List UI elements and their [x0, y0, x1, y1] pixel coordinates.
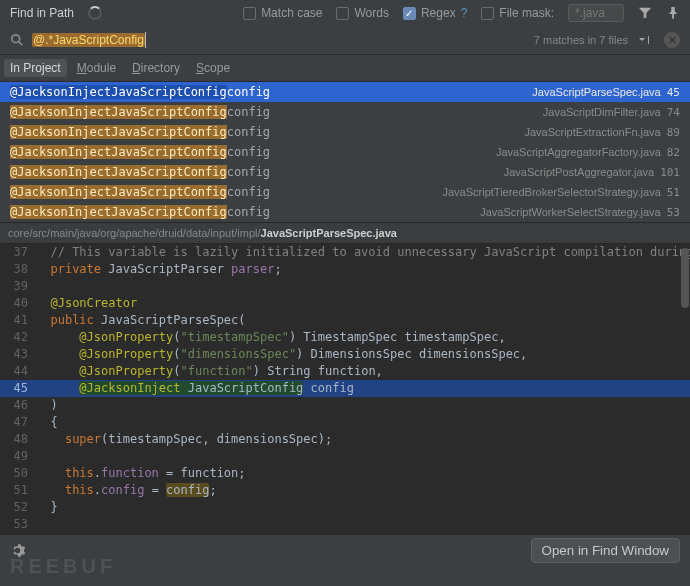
regex-help-link[interactable]: ?	[461, 6, 468, 20]
code-line[interactable]: 43 @JsonProperty("dimensionsSpec") Dimen…	[0, 346, 690, 363]
code-line[interactable]: 45 @JacksonInject JavaScriptConfig confi…	[0, 380, 690, 397]
result-file: JavaScriptParseSpec.java	[532, 86, 660, 98]
code-line[interactable]: 52 }	[0, 499, 690, 516]
result-row[interactable]: @JacksonInject JavaScriptConfig configJa…	[0, 182, 690, 202]
line-number: 38	[0, 261, 36, 278]
result-line: 53	[667, 206, 680, 219]
breadcrumb-leaf: JavaScriptParseSpec.java	[261, 227, 397, 239]
code-text: // This variable is lazily initialized t…	[36, 244, 690, 261]
result-row[interactable]: @JacksonInject JavaScriptConfig configJa…	[0, 122, 690, 142]
result-row[interactable]: @JacksonInject JavaScriptConfig configJa…	[0, 162, 690, 182]
result-line: 89	[667, 126, 680, 139]
code-line[interactable]: 46 )	[0, 397, 690, 414]
line-number: 41	[0, 312, 36, 329]
code-text: @JacksonInject JavaScriptConfig config	[36, 380, 354, 397]
result-line: 101	[660, 166, 680, 179]
file-mask-checkbox[interactable]: File mask:	[481, 6, 554, 20]
line-number: 52	[0, 499, 36, 516]
code-line[interactable]: 44 @JsonProperty("function") String func…	[0, 363, 690, 380]
result-file: JavaScriptAggregatorFactory.java	[496, 146, 661, 158]
match-highlight: @JacksonInject	[10, 105, 111, 119]
match-highlight: JavaScriptConfig	[111, 145, 227, 159]
breadcrumb-path: core/src/main/java/org/apache/druid/data…	[8, 227, 261, 239]
code-text: @JsonCreator	[36, 295, 137, 312]
result-file: JavaScriptTieredBrokerSelectorStrategy.j…	[442, 186, 660, 198]
line-number: 42	[0, 329, 36, 346]
result-line: 45	[667, 86, 680, 99]
line-number: 49	[0, 448, 36, 465]
code-text: {	[36, 414, 58, 431]
search-input[interactable]: @.*JavaScriptConfig	[32, 32, 526, 48]
match-highlight: JavaScriptConfig	[111, 165, 227, 179]
match-case-checkbox[interactable]: Match case	[243, 6, 322, 20]
line-number: 47	[0, 414, 36, 431]
result-row[interactable]: @JacksonInject JavaScriptConfig configJa…	[0, 142, 690, 162]
search-query-text: @.*JavaScriptConfig	[32, 33, 145, 47]
match-trailing: config	[227, 85, 270, 99]
line-number: 51	[0, 482, 36, 499]
code-line[interactable]: 41 public JavaScriptParseSpec(	[0, 312, 690, 329]
code-text: @JsonProperty("timestampSpec") Timestamp…	[36, 329, 506, 346]
search-row: @.*JavaScriptConfig 7 matches in 7 files…	[0, 26, 690, 55]
result-row[interactable]: @JacksonInject JavaScriptConfig configJa…	[0, 102, 690, 122]
scope-tabs: In Project Module Directory Scope	[0, 55, 690, 82]
match-highlight: @JacksonInject	[10, 185, 111, 199]
checkbox-icon	[336, 7, 349, 20]
filter-icon[interactable]	[638, 6, 652, 20]
line-number: 54	[0, 533, 36, 534]
result-row[interactable]: @JacksonInject JavaScriptConfig configJa…	[0, 82, 690, 102]
code-line[interactable]: 48 super(timestampSpec, dimensionsSpec);	[0, 431, 690, 448]
code-line[interactable]: 40 @JsonCreator	[0, 295, 690, 312]
search-icon	[10, 33, 24, 47]
history-chevron-icon[interactable]	[636, 34, 656, 46]
line-number: 53	[0, 516, 36, 533]
code-line[interactable]: 37 // This variable is lazily initialize…	[0, 244, 690, 261]
code-line[interactable]: 47 {	[0, 414, 690, 431]
result-line: 51	[667, 186, 680, 199]
results-list: @JacksonInject JavaScriptConfig configJa…	[0, 82, 690, 222]
editor-preview[interactable]: 37 // This variable is lazily initialize…	[0, 244, 690, 534]
svg-point-0	[12, 35, 20, 43]
line-number: 50	[0, 465, 36, 482]
code-text: )	[36, 397, 58, 414]
code-text: this.config = config;	[36, 482, 217, 499]
tab-directory[interactable]: Directory	[132, 61, 180, 75]
words-checkbox[interactable]: Words	[336, 6, 388, 20]
match-highlight: JavaScriptConfig	[111, 185, 227, 199]
pin-icon[interactable]	[666, 6, 680, 20]
match-highlight: JavaScriptConfig	[111, 205, 227, 219]
svg-rect-1	[648, 36, 649, 44]
checkbox-icon	[243, 7, 256, 20]
tab-in-project[interactable]: In Project	[4, 59, 67, 77]
tab-module[interactable]: Module	[77, 61, 116, 75]
result-row[interactable]: @JacksonInject JavaScriptConfig configJa…	[0, 202, 690, 222]
match-highlight: @JacksonInject	[10, 165, 111, 179]
regex-checkbox[interactable]: ✓ Regex ?	[403, 6, 467, 20]
match-highlight: @JacksonInject	[10, 125, 111, 139]
line-number: 48	[0, 431, 36, 448]
code-line[interactable]: 42 @JsonProperty("timestampSpec") Timest…	[0, 329, 690, 346]
match-highlight: @JacksonInject	[10, 85, 111, 99]
code-text: public JavaScriptParseSpec(	[36, 312, 246, 329]
result-file: JavaScriptWorkerSelectStrategy.java	[480, 206, 661, 218]
regex-label: Regex	[421, 6, 456, 20]
code-line[interactable]: 50 this.function = function;	[0, 465, 690, 482]
code-text: }	[36, 499, 58, 516]
code-line[interactable]: 49	[0, 448, 690, 465]
line-number: 43	[0, 346, 36, 363]
match-highlight: @JacksonInject	[10, 205, 111, 219]
tab-scope[interactable]: Scope	[196, 61, 230, 75]
line-number: 46	[0, 397, 36, 414]
open-in-find-window-button[interactable]: Open in Find Window	[531, 538, 680, 563]
code-line[interactable]: 38 private JavaScriptParser parser;	[0, 261, 690, 278]
code-line[interactable]: 51 this.config = config;	[0, 482, 690, 499]
code-line[interactable]: 53	[0, 516, 690, 533]
match-highlight: JavaScriptConfig	[111, 105, 227, 119]
code-line[interactable]: 54 @JsonProperty("function")	[0, 533, 690, 534]
file-mask-input[interactable]: *.java	[568, 4, 624, 22]
breadcrumb: core/src/main/java/org/apache/druid/data…	[0, 222, 690, 244]
scrollbar-thumb[interactable]	[681, 248, 689, 308]
code-line[interactable]: 39	[0, 278, 690, 295]
loading-spinner-icon	[88, 6, 102, 20]
clear-search-icon[interactable]: ✕	[664, 32, 680, 48]
